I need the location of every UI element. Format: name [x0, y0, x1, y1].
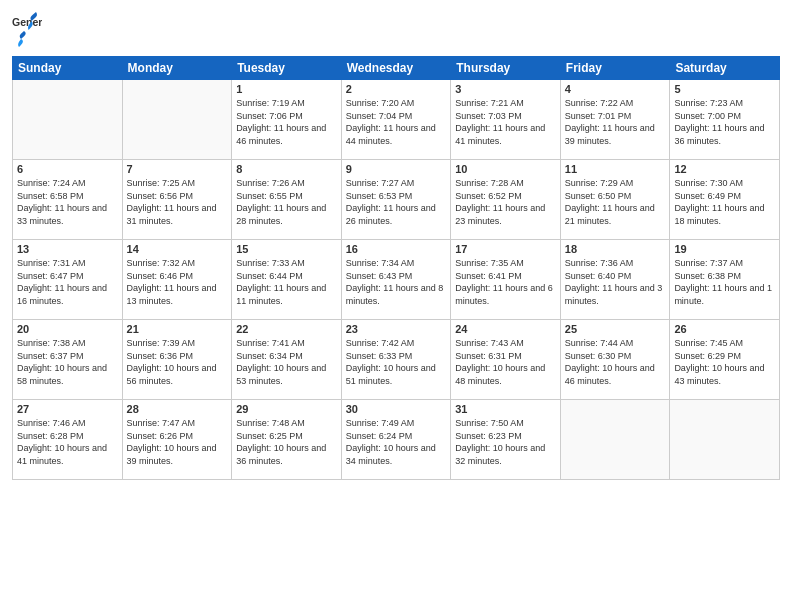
calendar-page: General Sunday Monday [0, 0, 792, 612]
day-info: Sunrise: 7:26 AM Sunset: 6:55 PM Dayligh… [236, 177, 337, 227]
calendar-cell: 26Sunrise: 7:45 AM Sunset: 6:29 PM Dayli… [670, 320, 780, 400]
day-number: 28 [127, 403, 228, 415]
calendar-cell: 4Sunrise: 7:22 AM Sunset: 7:01 PM Daylig… [560, 80, 670, 160]
day-number: 8 [236, 163, 337, 175]
calendar-cell: 8Sunrise: 7:26 AM Sunset: 6:55 PM Daylig… [232, 160, 342, 240]
calendar-cell: 2Sunrise: 7:20 AM Sunset: 7:04 PM Daylig… [341, 80, 451, 160]
header-saturday: Saturday [670, 57, 780, 80]
calendar-cell: 11Sunrise: 7:29 AM Sunset: 6:50 PM Dayli… [560, 160, 670, 240]
day-info: Sunrise: 7:46 AM Sunset: 6:28 PM Dayligh… [17, 417, 118, 467]
calendar-week-row: 6Sunrise: 7:24 AM Sunset: 6:58 PM Daylig… [13, 160, 780, 240]
day-number: 27 [17, 403, 118, 415]
header-tuesday: Tuesday [232, 57, 342, 80]
logo: General [12, 10, 42, 48]
day-number: 21 [127, 323, 228, 335]
day-info: Sunrise: 7:20 AM Sunset: 7:04 PM Dayligh… [346, 97, 447, 147]
day-info: Sunrise: 7:22 AM Sunset: 7:01 PM Dayligh… [565, 97, 666, 147]
day-info: Sunrise: 7:34 AM Sunset: 6:43 PM Dayligh… [346, 257, 447, 307]
calendar-week-row: 13Sunrise: 7:31 AM Sunset: 6:47 PM Dayli… [13, 240, 780, 320]
day-number: 12 [674, 163, 775, 175]
calendar-cell: 16Sunrise: 7:34 AM Sunset: 6:43 PM Dayli… [341, 240, 451, 320]
calendar-cell: 30Sunrise: 7:49 AM Sunset: 6:24 PM Dayli… [341, 400, 451, 480]
day-number: 20 [17, 323, 118, 335]
day-number: 23 [346, 323, 447, 335]
day-info: Sunrise: 7:48 AM Sunset: 6:25 PM Dayligh… [236, 417, 337, 467]
day-info: Sunrise: 7:42 AM Sunset: 6:33 PM Dayligh… [346, 337, 447, 387]
day-info: Sunrise: 7:25 AM Sunset: 6:56 PM Dayligh… [127, 177, 228, 227]
day-number: 17 [455, 243, 556, 255]
header-sunday: Sunday [13, 57, 123, 80]
svg-text:General: General [12, 16, 42, 28]
calendar-cell: 10Sunrise: 7:28 AM Sunset: 6:52 PM Dayli… [451, 160, 561, 240]
day-info: Sunrise: 7:47 AM Sunset: 6:26 PM Dayligh… [127, 417, 228, 467]
calendar-cell: 21Sunrise: 7:39 AM Sunset: 6:36 PM Dayli… [122, 320, 232, 400]
header-thursday: Thursday [451, 57, 561, 80]
calendar-cell: 6Sunrise: 7:24 AM Sunset: 6:58 PM Daylig… [13, 160, 123, 240]
day-info: Sunrise: 7:29 AM Sunset: 6:50 PM Dayligh… [565, 177, 666, 227]
weekday-header-row: Sunday Monday Tuesday Wednesday Thursday… [13, 57, 780, 80]
calendar-cell [13, 80, 123, 160]
day-number: 4 [565, 83, 666, 95]
day-info: Sunrise: 7:23 AM Sunset: 7:00 PM Dayligh… [674, 97, 775, 147]
day-number: 11 [565, 163, 666, 175]
day-info: Sunrise: 7:44 AM Sunset: 6:30 PM Dayligh… [565, 337, 666, 387]
day-info: Sunrise: 7:32 AM Sunset: 6:46 PM Dayligh… [127, 257, 228, 307]
day-info: Sunrise: 7:39 AM Sunset: 6:36 PM Dayligh… [127, 337, 228, 387]
day-number: 16 [346, 243, 447, 255]
day-number: 22 [236, 323, 337, 335]
day-number: 10 [455, 163, 556, 175]
header-friday: Friday [560, 57, 670, 80]
day-number: 15 [236, 243, 337, 255]
day-info: Sunrise: 7:27 AM Sunset: 6:53 PM Dayligh… [346, 177, 447, 227]
day-number: 5 [674, 83, 775, 95]
calendar-table: Sunday Monday Tuesday Wednesday Thursday… [12, 56, 780, 480]
day-info: Sunrise: 7:33 AM Sunset: 6:44 PM Dayligh… [236, 257, 337, 307]
day-number: 9 [346, 163, 447, 175]
day-number: 7 [127, 163, 228, 175]
calendar-cell: 17Sunrise: 7:35 AM Sunset: 6:41 PM Dayli… [451, 240, 561, 320]
day-info: Sunrise: 7:31 AM Sunset: 6:47 PM Dayligh… [17, 257, 118, 307]
calendar-cell [670, 400, 780, 480]
calendar-cell: 18Sunrise: 7:36 AM Sunset: 6:40 PM Dayli… [560, 240, 670, 320]
calendar-cell: 28Sunrise: 7:47 AM Sunset: 6:26 PM Dayli… [122, 400, 232, 480]
day-info: Sunrise: 7:45 AM Sunset: 6:29 PM Dayligh… [674, 337, 775, 387]
calendar-cell: 14Sunrise: 7:32 AM Sunset: 6:46 PM Dayli… [122, 240, 232, 320]
header: General [12, 10, 780, 48]
day-number: 26 [674, 323, 775, 335]
day-number: 2 [346, 83, 447, 95]
day-number: 6 [17, 163, 118, 175]
calendar-week-row: 20Sunrise: 7:38 AM Sunset: 6:37 PM Dayli… [13, 320, 780, 400]
calendar-cell: 31Sunrise: 7:50 AM Sunset: 6:23 PM Dayli… [451, 400, 561, 480]
day-number: 14 [127, 243, 228, 255]
day-number: 31 [455, 403, 556, 415]
calendar-cell: 1Sunrise: 7:19 AM Sunset: 7:06 PM Daylig… [232, 80, 342, 160]
day-info: Sunrise: 7:24 AM Sunset: 6:58 PM Dayligh… [17, 177, 118, 227]
calendar-cell: 29Sunrise: 7:48 AM Sunset: 6:25 PM Dayli… [232, 400, 342, 480]
day-number: 29 [236, 403, 337, 415]
day-number: 19 [674, 243, 775, 255]
day-info: Sunrise: 7:30 AM Sunset: 6:49 PM Dayligh… [674, 177, 775, 227]
day-number: 24 [455, 323, 556, 335]
header-wednesday: Wednesday [341, 57, 451, 80]
day-info: Sunrise: 7:41 AM Sunset: 6:34 PM Dayligh… [236, 337, 337, 387]
calendar-cell: 22Sunrise: 7:41 AM Sunset: 6:34 PM Dayli… [232, 320, 342, 400]
calendar-week-row: 27Sunrise: 7:46 AM Sunset: 6:28 PM Dayli… [13, 400, 780, 480]
calendar-cell: 20Sunrise: 7:38 AM Sunset: 6:37 PM Dayli… [13, 320, 123, 400]
day-number: 18 [565, 243, 666, 255]
day-number: 13 [17, 243, 118, 255]
day-info: Sunrise: 7:28 AM Sunset: 6:52 PM Dayligh… [455, 177, 556, 227]
calendar-cell: 19Sunrise: 7:37 AM Sunset: 6:38 PM Dayli… [670, 240, 780, 320]
calendar-cell: 9Sunrise: 7:27 AM Sunset: 6:53 PM Daylig… [341, 160, 451, 240]
day-number: 30 [346, 403, 447, 415]
day-info: Sunrise: 7:38 AM Sunset: 6:37 PM Dayligh… [17, 337, 118, 387]
calendar-cell: 7Sunrise: 7:25 AM Sunset: 6:56 PM Daylig… [122, 160, 232, 240]
day-info: Sunrise: 7:21 AM Sunset: 7:03 PM Dayligh… [455, 97, 556, 147]
day-number: 1 [236, 83, 337, 95]
calendar-cell: 13Sunrise: 7:31 AM Sunset: 6:47 PM Dayli… [13, 240, 123, 320]
calendar-cell: 25Sunrise: 7:44 AM Sunset: 6:30 PM Dayli… [560, 320, 670, 400]
day-info: Sunrise: 7:37 AM Sunset: 6:38 PM Dayligh… [674, 257, 775, 307]
calendar-cell: 3Sunrise: 7:21 AM Sunset: 7:03 PM Daylig… [451, 80, 561, 160]
calendar-cell: 12Sunrise: 7:30 AM Sunset: 6:49 PM Dayli… [670, 160, 780, 240]
calendar-week-row: 1Sunrise: 7:19 AM Sunset: 7:06 PM Daylig… [13, 80, 780, 160]
calendar-cell: 5Sunrise: 7:23 AM Sunset: 7:00 PM Daylig… [670, 80, 780, 160]
